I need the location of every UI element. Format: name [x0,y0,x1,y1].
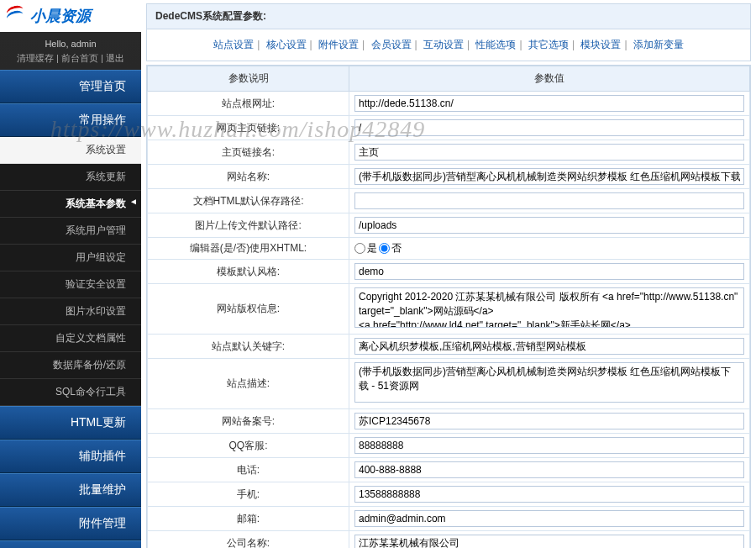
label-sitename: 网站名称: [148,165,349,189]
logo-icon [7,6,27,26]
label-qq: QQ客服: [148,434,349,458]
nav-system-watermark[interactable]: 图片水印设置 [0,298,141,325]
nav-system-security[interactable]: 验证安全设置 [0,271,141,298]
logo-text: 小晨资源 [30,6,91,26]
nav-channel[interactable]: 频道模型 [0,540,141,548]
row-xhtml: 编辑器(是/否)使用XHTML:是 否 [148,238,750,260]
params-grid-panel: 参数说明 参数值 站点根网址: 网页主页链接: 主页链接名: 网站名称: 文档H… [146,65,751,548]
frontend-link[interactable]: 前台首页 [61,53,98,63]
nav-system-basic[interactable]: 系统基本参数 [0,191,141,218]
th-label: 参数说明 [148,66,349,92]
nav-system-custom[interactable]: 自定义文档属性 [0,325,141,352]
nav-attach[interactable]: 附件管理 [0,507,141,540]
input-qq[interactable] [354,437,744,454]
tab-bar: 站点设置| 核心设置| 附件设置| 会员设置| 互动设置| 性能选项| 其它选项… [147,29,750,61]
row-tpl: 模板默认风格: [148,260,750,284]
label-copyright: 网站版权信息: [148,284,349,335]
textarea-copyright[interactable]: Copyright 2012-2020 江苏某某机械有限公司 版权所有 <a h… [354,287,744,328]
label-mobile: 手机: [148,482,349,507]
row-mobile: 手机: [148,482,750,507]
hello-admin: Hello, admin [0,32,141,52]
tab-attach[interactable]: 附件设置 [318,39,359,50]
th-value: 参数值 [349,66,750,92]
label-desc: 站点描述: [148,359,349,409]
row-qq: QQ客服: [148,434,750,458]
params-table: 参数说明 参数值 站点根网址: 网页主页链接: 主页链接名: 网站名称: 文档H… [147,66,750,548]
nav-system-update[interactable]: 系统更新 [0,164,141,191]
row-index: 网页主页链接: [148,116,750,140]
nav-system-backup[interactable]: 数据库备份/还原 [0,352,141,379]
row-sitename: 网站名称: [148,165,750,189]
input-mobile[interactable] [354,486,744,503]
nav-system-sql[interactable]: SQL命令行工具 [0,379,141,406]
row-keywords: 站点默认关键字: [148,335,750,359]
row-baseurl: 站点根网址: [148,92,750,116]
tab-perf[interactable]: 性能选项 [475,39,516,50]
input-sitename[interactable] [354,168,744,185]
input-upload[interactable] [354,217,744,234]
row-upload: 图片/上传文件默认路径: [148,213,750,238]
table-header-row: 参数说明 参数值 [148,66,750,92]
row-desc: 站点描述:(带手机版数据同步)营销型离心风机机械制造类网站织梦模板 红色压缩机网… [148,359,750,409]
input-index[interactable] [354,119,744,136]
logo: 小晨资源 [0,0,141,32]
label-company: 公司名称: [148,531,349,549]
label-email: 邮箱: [148,507,349,531]
input-beian[interactable] [354,413,744,429]
tab-addvar[interactable]: 添加新变量 [633,39,684,50]
xhtml-radio-group: 是 否 [354,241,744,256]
label-tel: 电话: [148,458,349,482]
tab-module[interactable]: 模块设置 [580,39,621,50]
logout-link[interactable]: 退出 [106,53,124,63]
panel-title: DedeCMS系统配置参数: [147,4,750,29]
input-baseurl[interactable] [354,95,744,112]
nav-home[interactable]: 管理首页 [0,70,141,103]
row-company: 公司名称: [148,531,750,549]
radio-xhtml-no[interactable] [379,243,390,254]
clear-cache-link[interactable]: 清理缓存 [17,53,54,63]
radio-label-yes: 是 [367,241,377,256]
row-email: 邮箱: [148,507,750,531]
label-homename: 主页链接名: [148,140,349,165]
label-htmlpath: 文档HTML默认保存路径: [148,189,349,213]
input-homename[interactable] [354,144,744,161]
row-copyright: 网站版权信息:Copyright 2012-2020 江苏某某机械有限公司 版权… [148,284,750,335]
tab-site[interactable]: 站点设置 [213,39,254,50]
tab-other[interactable]: 其它选项 [528,39,569,50]
input-keywords[interactable] [354,338,744,355]
label-tpl: 模板默认风格: [148,260,349,284]
label-keywords: 站点默认关键字: [148,335,349,359]
radio-xhtml-yes[interactable] [354,243,365,254]
sidebar: 小晨资源 Hello, admin 清理缓存 | 前台首页 | 退出 管理首页 … [0,0,141,548]
label-index: 网页主页链接: [148,116,349,140]
nav-system-user[interactable]: 系统用户管理 [0,218,141,245]
tab-member[interactable]: 会员设置 [371,39,412,50]
row-beian: 网站备案号: [148,409,750,434]
nav-system-group[interactable]: 用户组设定 [0,245,141,271]
input-htmlpath[interactable] [354,192,744,209]
input-tel[interactable] [354,461,744,478]
label-xhtml: 编辑器(是/否)使用XHTML: [148,238,349,260]
input-company[interactable] [354,535,744,548]
content-area: DedeCMS系统配置参数: 站点设置| 核心设置| 附件设置| 会员设置| 互… [141,0,756,548]
nav-plugin[interactable]: 辅助插件 [0,440,141,473]
label-beian: 网站备案号: [148,409,349,434]
nav-system[interactable]: 系统设置 [0,137,141,164]
radio-label-no: 否 [391,241,402,256]
input-tpl[interactable] [354,263,744,280]
label-baseurl: 站点根网址: [148,92,349,116]
tab-core[interactable]: 核心设置 [266,39,307,50]
tab-interact[interactable]: 互动设置 [423,39,464,50]
textarea-desc[interactable]: (带手机版数据同步)营销型离心风机机械制造类网站织梦模板 红色压缩机网站模板下载… [354,362,744,403]
row-tel: 电话: [148,458,750,482]
row-homename: 主页链接名: [148,140,750,165]
nav-batch[interactable]: 批量维护 [0,473,141,507]
config-panel: DedeCMS系统配置参数: 站点设置| 核心设置| 附件设置| 会员设置| 互… [146,3,751,61]
nav-html[interactable]: HTML更新 [0,406,141,440]
nav-common[interactable]: 常用操作 [0,103,141,137]
label-upload: 图片/上传文件默认路径: [148,213,349,238]
row-htmlpath: 文档HTML默认保存路径: [148,189,750,213]
top-links: 清理缓存 | 前台首页 | 退出 [0,52,141,70]
input-email[interactable] [354,510,744,527]
